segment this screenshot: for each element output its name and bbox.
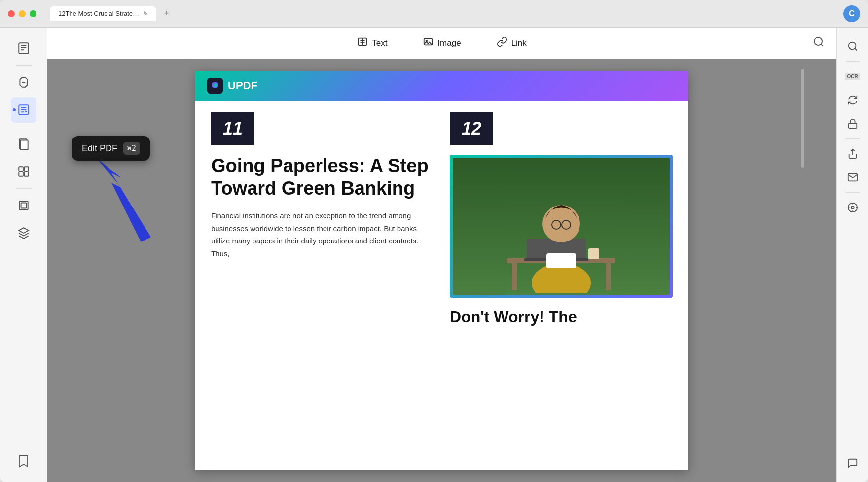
app-window: 12The Most Crucial Strate… ✎ + C: [0, 0, 868, 482]
titlebar: 12The Most Crucial Strate… ✎ + C: [0, 0, 868, 28]
right-ocr-icon[interactable]: OCR: [842, 66, 864, 87]
traffic-lights: [8, 10, 36, 17]
section-11-body: Financial institutions are not an except…: [211, 209, 434, 260]
sidebar-item-stack[interactable]: [11, 220, 36, 246]
svg-point-43: [848, 203, 857, 212]
tooltip-edit-pdf: Edit PDF ⌘2: [72, 136, 150, 161]
updf-header: UPDF: [195, 71, 688, 101]
svg-line-40: [855, 48, 857, 50]
sidebar-divider-2: [16, 127, 32, 127]
svg-point-39: [848, 42, 856, 50]
text-icon: [357, 36, 368, 50]
active-indicator: [13, 108, 16, 111]
svg-point-23: [814, 37, 822, 45]
main-layout: Text Image: [0, 28, 868, 482]
active-tab[interactable]: 12The Most Crucial Strate… ✎: [50, 6, 156, 21]
right-chat-icon[interactable]: [842, 452, 864, 474]
right-share-icon[interactable]: [842, 143, 864, 165]
svg-rect-11: [19, 167, 23, 171]
updf-logo: UPDF: [207, 78, 257, 94]
text-label: Text: [372, 38, 387, 48]
link-label: Link: [511, 38, 527, 48]
sidebar-item-bookmark[interactable]: [11, 448, 36, 474]
sidebar-item-edit-pdf[interactable]: [11, 97, 36, 123]
sidebar-item-pages[interactable]: [11, 131, 36, 157]
sidebar-item-grid[interactable]: [11, 159, 36, 184]
tab-edit-icon[interactable]: ✎: [143, 10, 148, 17]
image-icon: [423, 36, 434, 50]
tooltip-label: Edit PDF: [82, 143, 117, 154]
maximize-button[interactable]: [30, 10, 36, 17]
svg-rect-35: [546, 253, 576, 268]
pdf-scroll-area[interactable]: UPDF 11 Going Paperless: A Step Toward G…: [47, 59, 836, 482]
svg-rect-27: [606, 263, 611, 290]
section-12-image: [450, 155, 673, 298]
tooltip-shortcut: ⌘2: [123, 142, 140, 155]
scroll-track[interactable]: [801, 59, 805, 482]
text-tool[interactable]: Text: [349, 33, 395, 54]
new-tab-button[interactable]: +: [160, 7, 174, 21]
right-divider-1: [846, 61, 860, 62]
image-label: Image: [437, 38, 461, 48]
svg-point-22: [426, 40, 428, 42]
svg-rect-26: [512, 263, 517, 290]
link-tool[interactable]: Link: [489, 33, 535, 54]
top-toolbar: Text Image: [47, 28, 836, 59]
link-icon: [497, 36, 507, 50]
section-11-number: 11: [211, 112, 254, 145]
scroll-thumb[interactable]: [801, 69, 804, 168]
pdf-left-column: 11 Going Paperless: A Step Toward Green …: [211, 112, 434, 336]
sidebar-item-layers[interactable]: [11, 193, 36, 218]
user-avatar[interactable]: C: [843, 5, 860, 22]
image-tool[interactable]: Image: [415, 33, 469, 54]
svg-rect-41: [848, 123, 857, 128]
pdf-document: UPDF 11 Going Paperless: A Step Toward G…: [195, 71, 688, 470]
right-divider-3: [846, 192, 860, 193]
tab-title: 12The Most Crucial Strate…: [58, 10, 139, 17]
right-sidebar: OCR: [836, 28, 868, 482]
sidebar-item-highlight[interactable]: [11, 69, 36, 95]
right-divider-2: [846, 138, 860, 139]
svg-line-24: [821, 44, 823, 46]
svg-rect-12: [24, 167, 29, 171]
svg-rect-13: [19, 172, 23, 176]
sidebar-item-document[interactable]: [11, 35, 36, 61]
tab-area: 12The Most Crucial Strate… ✎ +: [50, 6, 837, 21]
svg-rect-10: [20, 140, 28, 150]
right-protect-icon[interactable]: [842, 113, 864, 135]
right-convert-icon[interactable]: [842, 89, 864, 111]
svg-rect-36: [588, 248, 599, 259]
close-button[interactable]: [8, 10, 15, 17]
svg-rect-14: [24, 172, 29, 176]
pdf-right-column: 12: [450, 112, 673, 336]
content-area: Text Image: [47, 28, 836, 482]
minimize-button[interactable]: [19, 10, 26, 17]
section-11-heading: Going Paperless: A Step Toward Green Ban…: [211, 155, 434, 200]
svg-rect-16: [21, 203, 26, 208]
section-12-number: 12: [450, 112, 493, 145]
updf-logo-icon: [207, 78, 223, 94]
left-sidebar: [0, 28, 47, 482]
section-12-subheading: Don't Worry! The: [450, 308, 673, 326]
sidebar-divider-1: [16, 65, 32, 66]
person-figure: [487, 160, 635, 295]
ocr-label: OCR: [845, 73, 860, 80]
person-image: [453, 158, 670, 295]
sidebar-divider-3: [16, 188, 32, 189]
right-search-icon[interactable]: [842, 35, 864, 57]
pdf-content: 11 Going Paperless: A Step Toward Green …: [195, 101, 688, 348]
svg-point-44: [851, 206, 854, 209]
right-email-icon[interactable]: [842, 167, 864, 188]
search-button[interactable]: [813, 36, 825, 51]
svg-point-31: [542, 205, 580, 242]
svg-rect-0: [19, 43, 29, 54]
right-save-icon[interactable]: [842, 197, 864, 218]
updf-logo-text: UPDF: [228, 79, 257, 92]
